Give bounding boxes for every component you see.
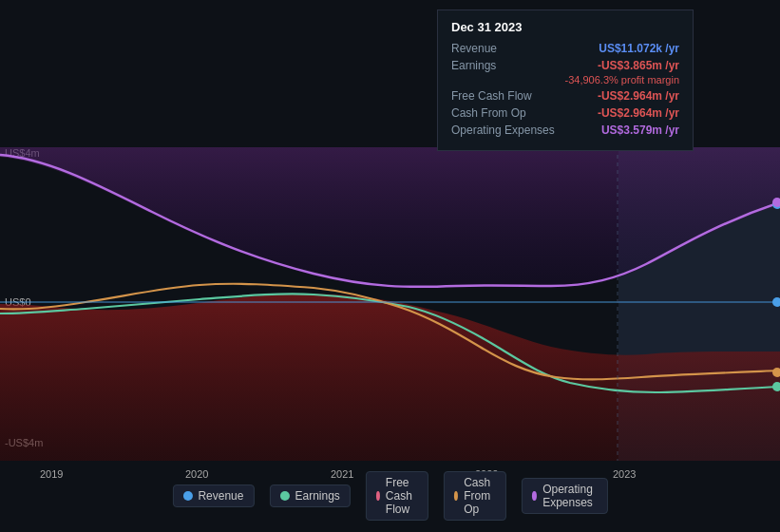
- tooltip-value-revenue: US$11.072k /yr: [599, 42, 679, 55]
- tooltip-row-cashfromop: Cash From Op -US$2.964m /yr: [451, 106, 679, 120]
- legend-label-fcf: Free Cash Flow: [386, 476, 418, 516]
- tooltip-row-earnings: Earnings -US$3.865m /yr: [451, 59, 679, 72]
- tooltip-sub-margin: -34,906.3% profit margin: [451, 74, 679, 86]
- svg-point-5: [772, 297, 780, 307]
- tooltip-panel: Dec 31 2023 Revenue US$11.072k /yr Earni…: [437, 10, 694, 151]
- tooltip-label-opex: Operating Expenses: [451, 124, 556, 137]
- tooltip-row-revenue: Revenue US$11.072k /yr: [451, 42, 679, 55]
- tooltip-value-earnings: -US$3.865m /yr: [598, 59, 679, 72]
- tooltip-row-opex: Operating Expenses US$3.579m /yr: [451, 124, 679, 137]
- tooltip-value-fcf: -US$2.964m /yr: [598, 89, 679, 103]
- legend-dot-opex: [532, 491, 537, 501]
- tooltip-label-fcf: Free Cash Flow: [451, 89, 556, 103]
- legend-item-revenue[interactable]: Revenue: [172, 484, 254, 507]
- tooltip-title: Dec 31 2023: [451, 20, 679, 34]
- legend-item-fcf[interactable]: Free Cash Flow: [366, 471, 428, 521]
- tooltip-label-revenue: Revenue: [451, 42, 556, 55]
- legend-label-cashfromop: Cash From Op: [464, 476, 496, 516]
- legend: Revenue Earnings Free Cash Flow Cash Fro…: [172, 471, 607, 521]
- tooltip-label-earnings: Earnings: [451, 59, 556, 72]
- legend-label-opex: Operating Expenses: [542, 483, 597, 509]
- legend-item-opex[interactable]: Operating Expenses: [522, 478, 608, 514]
- legend-item-cashfromop[interactable]: Cash From Op: [444, 471, 506, 521]
- legend-item-earnings[interactable]: Earnings: [269, 484, 350, 507]
- tooltip-label-cashfromop: Cash From Op: [451, 106, 556, 120]
- main-chart-svg: [0, 147, 780, 461]
- legend-dot-fcf: [376, 491, 380, 501]
- tooltip-value-cashfromop: -US$2.964m /yr: [598, 106, 679, 120]
- x-label-2019: 2019: [40, 468, 63, 480]
- legend-dot-cashfromop: [454, 491, 458, 501]
- tooltip-value-opex: US$3.579m /yr: [601, 124, 679, 137]
- legend-label-revenue: Revenue: [198, 489, 243, 503]
- tooltip-row-fcf: Free Cash Flow -US$2.964m /yr: [451, 89, 679, 103]
- chart-container: Dec 31 2023 Revenue US$11.072k /yr Earni…: [0, 0, 780, 532]
- legend-label-earnings: Earnings: [295, 489, 339, 503]
- legend-dot-revenue: [182, 491, 192, 501]
- legend-dot-earnings: [279, 491, 289, 501]
- x-label-2023: 2023: [613, 468, 636, 480]
